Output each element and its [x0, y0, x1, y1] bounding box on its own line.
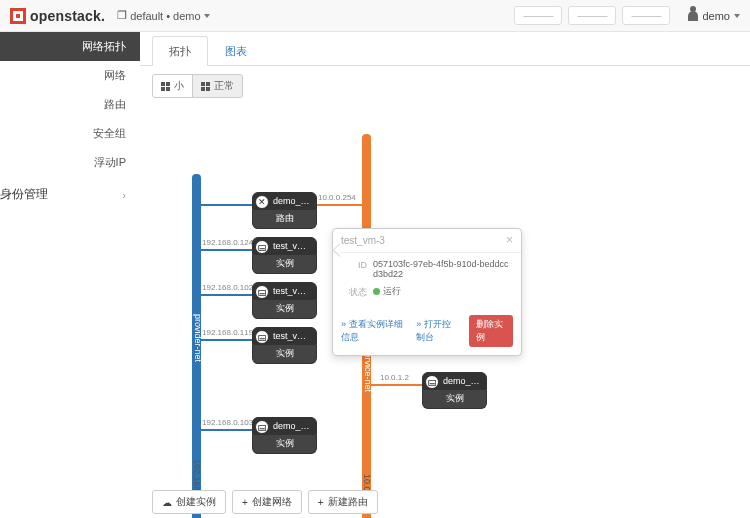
main-panel: 拓扑 图表 小 正常 provider-net selfservice-net … [140, 32, 750, 518]
size-toggle: 小 正常 [140, 66, 750, 106]
ip-label: 192.168.0.103 [202, 418, 253, 427]
node-router[interactable]: ✕demo_self.. 路由 [252, 192, 317, 229]
status-running-icon [373, 288, 380, 295]
topology-canvas: provider-net selfservice-net 192.168.0/2… [152, 104, 738, 488]
sidebar-section-label: 身份管理 [0, 186, 48, 203]
link-instance-detail[interactable]: » 查看实例详细信息 [341, 318, 406, 344]
top-bar: openstack. ❐ default • demo ————————— de… [0, 0, 750, 32]
node-instance-demovm1[interactable]: 🖴demo_vm1 实例 [252, 417, 317, 454]
disabled-action-buttons: ————————— [514, 6, 670, 25]
node-instance-testvm2[interactable]: 🖴test_vm-2 实例 [252, 327, 317, 364]
scope-domain: default [130, 10, 163, 22]
link [317, 204, 362, 206]
domain-icon: ❐ [117, 9, 127, 22]
link [201, 429, 252, 431]
node-instance-testvm3[interactable]: 🖴test_vm-3 实例 [252, 237, 317, 274]
user-label: demo [702, 10, 730, 22]
user-menu[interactable]: demo [688, 10, 740, 22]
create-network-button[interactable]: +创建网络 [232, 490, 302, 514]
grid-normal-icon [201, 82, 210, 91]
delete-instance-button[interactable]: 删除实例 [469, 315, 513, 347]
sidebar-item-topology[interactable]: 网络拓扑 [0, 32, 140, 61]
grid-small-icon [161, 82, 170, 91]
link [201, 294, 252, 296]
tablist: 拓扑 图表 [140, 34, 750, 66]
size-normal-button[interactable]: 正常 [192, 74, 243, 98]
instance-popover: test_vm-3 × ID 057103fc-97eb-4f5b-910d-b… [332, 228, 522, 356]
node-instance-testvm1[interactable]: 🖴test_vm-1 实例 [252, 282, 317, 319]
project-switcher[interactable]: ❐ default • demo [117, 9, 209, 22]
popover-title: test_vm-3 [341, 235, 385, 246]
ip-label: 192.168.0.119 [202, 328, 253, 337]
brand-name: openstack. [30, 8, 105, 24]
link-open-console[interactable]: » 打开控制台 [416, 318, 459, 344]
chevron-right-icon: › [122, 189, 126, 201]
plus-icon: + [318, 497, 324, 508]
bottom-action-bar: ☁创建实例 +创建网络 +新建路由 [152, 490, 378, 514]
instance-icon: 🖴 [255, 330, 269, 344]
sidebar-item-floatingip[interactable]: 浮动IP [0, 148, 140, 177]
popover-id-label: ID [341, 259, 367, 270]
chevron-down-icon [204, 14, 210, 18]
cloud-icon: ☁ [162, 497, 172, 508]
instance-icon: 🖴 [255, 420, 269, 434]
openstack-logo-icon [10, 8, 26, 24]
popover-status-label: 状态 [341, 285, 367, 299]
link [201, 249, 252, 251]
tab-graph[interactable]: 图表 [208, 36, 264, 66]
router-icon: ✕ [255, 195, 269, 209]
sidebar-item-routers[interactable]: 路由 [0, 90, 140, 119]
instance-icon: 🖴 [255, 240, 269, 254]
link [201, 339, 252, 341]
chevron-down-icon [734, 14, 740, 18]
sidebar-item-networks[interactable]: 网络 [0, 61, 140, 90]
brand-logo[interactable]: openstack. [10, 8, 105, 24]
popover-status-value: 运行 [373, 285, 513, 298]
size-small-button[interactable]: 小 [152, 74, 193, 98]
node-instance-demovm2[interactable]: 🖴demo_vm2 实例 [422, 372, 487, 409]
instance-icon: 🖴 [425, 375, 439, 389]
sidebar-item-secgroups[interactable]: 安全组 [0, 119, 140, 148]
user-icon [688, 11, 698, 21]
sidebar-section-identity[interactable]: 身份管理 › [0, 177, 140, 212]
close-icon[interactable]: × [506, 235, 513, 246]
link [371, 384, 422, 386]
ip-label: 192.168.0.102 [202, 283, 253, 292]
create-instance-button[interactable]: ☁创建实例 [152, 490, 226, 514]
plus-icon: + [242, 497, 248, 508]
create-router-button[interactable]: +新建路由 [308, 490, 378, 514]
sidebar: 网络拓扑 网络 路由 安全组 浮动IP 身份管理 › [0, 32, 140, 518]
ip-label: 10.0.0.254 [318, 193, 356, 202]
link [201, 204, 252, 206]
ip-label: 10.0.1.2 [380, 373, 409, 382]
instance-icon: 🖴 [255, 285, 269, 299]
popover-id-value: 057103fc-97eb-4f5b-910d-beddccd3bd22 [373, 259, 513, 279]
tab-topology[interactable]: 拓扑 [152, 36, 208, 66]
scope-project: demo [173, 10, 201, 22]
ip-label: 192.168.0.124 [202, 238, 253, 247]
